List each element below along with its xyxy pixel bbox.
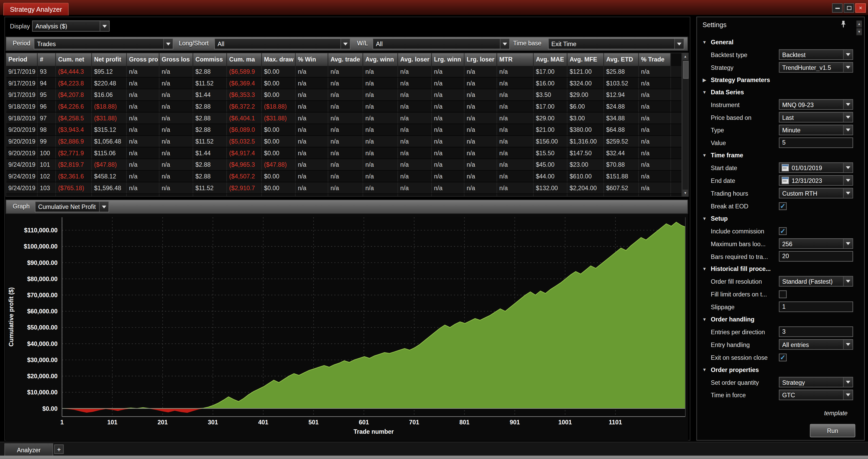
settings-scroll-down-button[interactable]: ▼: [856, 28, 862, 36]
column-header-avg-etd[interactable]: Avg. ETD: [604, 53, 639, 66]
column-header-period[interactable]: Period: [6, 53, 37, 66]
table-row[interactable]: 9/20/201998($3,943.4$315.12n/an/a$2.88($…: [6, 124, 681, 136]
column-header-[interactable]: #: [38, 53, 56, 66]
table-row[interactable]: 9/20/201999($2,886.9$1,056.48n/an/a$11.5…: [6, 136, 681, 147]
display-select[interactable]: Analysis ($): [32, 21, 110, 32]
column-header-avg-mfe[interactable]: Avg. MFE: [567, 53, 604, 66]
select-end-date[interactable]: 12/31/2023: [779, 175, 853, 185]
run-button[interactable]: Run: [810, 424, 855, 437]
input-bars-required-to-tra[interactable]: 20: [779, 251, 853, 262]
close-button[interactable]: ×: [855, 3, 866, 13]
table-row[interactable]: 9/24/2019102($2,361.6$458.12n/an/a$2.88(…: [6, 171, 681, 182]
win-loss-filter-select[interactable]: All: [373, 38, 510, 50]
maximize-button[interactable]: [843, 3, 854, 13]
select-backtest-type[interactable]: Backtest: [779, 49, 853, 60]
column-header-avg-mae[interactable]: Avg. MAE: [534, 53, 567, 66]
time-base-filter-select[interactable]: Exit Time: [548, 38, 684, 50]
input-slippage[interactable]: 1: [779, 302, 853, 312]
tab-analyzer[interactable]: Analyzer: [4, 443, 53, 456]
select-type[interactable]: Minute: [779, 125, 853, 135]
column-header-commiss[interactable]: Commiss: [193, 53, 227, 66]
settings-section-historical-fill-proce[interactable]: ▼Historical fill proce...: [697, 263, 858, 275]
select-maximum-bars-loo[interactable]: 256: [779, 238, 853, 249]
table-row[interactable]: 9/24/2019103($765.18)$1,596.48n/an/a$11.…: [6, 182, 681, 194]
scroll-up-button[interactable]: ▲: [682, 53, 688, 60]
settings-section-strategy-parameters[interactable]: ▶Strategy Parameters: [697, 74, 858, 86]
period-filter-select[interactable]: Trades: [34, 38, 173, 50]
settings-section-setup[interactable]: ▼Setup: [697, 212, 858, 225]
window-title-tab[interactable]: Strategy Analyzer: [3, 3, 69, 16]
column-header-win[interactable]: % Win: [296, 53, 328, 66]
table-row[interactable]: 9/17/201995($4,207.8$16.06n/an/a$1.44($6…: [6, 89, 681, 101]
collapse-triangle-icon[interactable]: ▼: [702, 266, 707, 271]
table-row[interactable]: 9/18/201996($4,226.6($18.88)n/an/a$2.88(…: [6, 101, 681, 113]
scrollbar-thumb[interactable]: [683, 61, 688, 79]
table-row[interactable]: 9/24/2019101($2,819.7($47.88)n/an/a$2.88…: [6, 159, 681, 171]
table-cell: ($6,372.2: [227, 101, 262, 112]
column-header-avg-loser[interactable]: Avg. loser: [398, 53, 432, 66]
select-price-based-on[interactable]: Last: [779, 112, 853, 122]
minimize-button[interactable]: [832, 3, 842, 13]
table-cell: n/a: [639, 113, 671, 124]
column-header-trade[interactable]: % Trade: [639, 53, 671, 66]
collapse-triangle-icon[interactable]: ▼: [702, 317, 707, 322]
column-header-mtr[interactable]: MTR: [497, 53, 534, 66]
input-entries-per-direction[interactable]: 3: [779, 326, 853, 337]
column-header-net-profit[interactable]: Net profit: [92, 53, 127, 66]
column-header-max-draw[interactable]: Max. draw: [262, 53, 296, 66]
add-tab-button[interactable]: +: [54, 444, 64, 454]
title-bar[interactable]: Strategy Analyzer ×: [0, 0, 868, 16]
collapse-triangle-icon[interactable]: ▼: [702, 90, 707, 94]
graph-type-select[interactable]: Cumulative Net Profit: [35, 201, 109, 212]
collapse-triangle-icon[interactable]: ▼: [702, 39, 707, 45]
display-label: Display: [10, 23, 30, 29]
select-time-in-force[interactable]: GTC: [779, 390, 853, 400]
table-cell: n/a: [398, 136, 432, 147]
table-row[interactable]: 9/17/201993($4,444.3$95.12n/an/a$2.88($6…: [6, 66, 681, 78]
settings-section-general[interactable]: ▼General: [697, 36, 858, 48]
select-order-fill-resolution[interactable]: Standard (Fastest): [779, 276, 853, 287]
settings-section-order-handling[interactable]: ▼Order handling: [697, 313, 858, 325]
column-header-lrg-loser[interactable]: Lrg. loser: [464, 53, 497, 66]
column-header-lrg-winn[interactable]: Lrg. winn: [432, 53, 465, 66]
table-vertical-scrollbar[interactable]: ▲ ▼: [682, 53, 689, 197]
settings-section-order-properties[interactable]: ▼Order properties: [697, 364, 858, 376]
table-row[interactable]: 9/24/2019104($595.62)$169.56n/an/a$1.44(…: [6, 194, 681, 197]
select-trading-hours[interactable]: Custom RTH: [779, 188, 853, 198]
select-strategy[interactable]: TrendHunter_v1.5: [779, 62, 853, 73]
column-header-cum-ma[interactable]: Cum. ma: [227, 53, 262, 66]
column-header-cum-net[interactable]: Cum. net: [56, 53, 92, 66]
checkbox-include-commission[interactable]: ✓: [779, 227, 787, 235]
select-instrument[interactable]: MNQ 09-23: [779, 99, 853, 110]
table-row[interactable]: 9/20/2019100($2,771.9$115.06n/an/a$1.44(…: [6, 147, 681, 159]
checkbox-break-at-eod[interactable]: ✓: [779, 202, 787, 210]
column-header-gross-pro[interactable]: Gross pro: [127, 53, 159, 66]
chevron-down-icon: [99, 202, 108, 211]
checkbox-fill-limit-orders-on-t[interactable]: [779, 290, 787, 298]
template-link[interactable]: template: [824, 409, 848, 416]
setting-label: Value: [711, 139, 779, 146]
table-row[interactable]: 9/17/201994($4,223.8$220.48n/an/a$11.52(…: [6, 78, 681, 89]
checkbox-exit-on-session-close[interactable]: ✓: [779, 353, 787, 361]
table-cell: 9/24/2019: [6, 182, 37, 194]
collapse-triangle-icon[interactable]: ▼: [702, 216, 707, 221]
select-set-order-quantity[interactable]: Strategy: [779, 377, 853, 388]
pin-icon[interactable]: [840, 21, 846, 29]
table-cell: n/a: [464, 89, 497, 101]
collapse-triangle-icon[interactable]: ▼: [702, 367, 707, 372]
input-value[interactable]: 5: [779, 138, 853, 148]
collapse-triangle-icon[interactable]: ▼: [702, 153, 707, 157]
column-header-gross-los[interactable]: Gross los: [159, 53, 193, 66]
settings-section-time-frame[interactable]: ▼Time frame: [697, 149, 858, 161]
column-header-avg-winn[interactable]: Avg. winn: [363, 53, 398, 66]
expand-triangle-icon[interactable]: ▶: [702, 77, 707, 82]
select-entry-handling[interactable]: All entries: [779, 339, 853, 350]
long-short-filter-select[interactable]: All: [214, 38, 350, 50]
settings-section-data-series[interactable]: ▼Data Series: [697, 86, 858, 98]
select-start-date[interactable]: 01/01/2019: [779, 162, 853, 173]
scroll-down-button[interactable]: ▼: [682, 189, 688, 196]
settings-scrollbar[interactable]: ▲ ▼: [856, 21, 863, 35]
table-row[interactable]: 9/18/201997($4,258.5($31.88)n/an/a$2.88(…: [6, 113, 681, 124]
settings-scroll-up-button[interactable]: ▲: [856, 21, 862, 28]
column-header-avg-trade[interactable]: Avg. trade: [328, 53, 363, 66]
